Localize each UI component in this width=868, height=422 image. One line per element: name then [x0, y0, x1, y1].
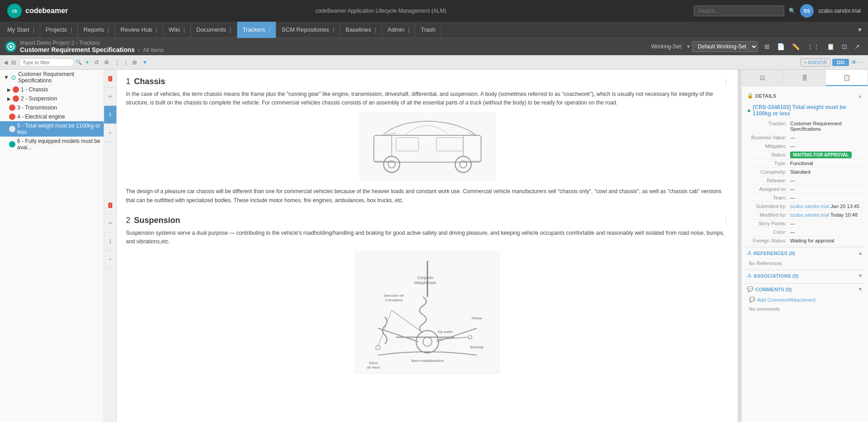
doc-view-icon[interactable]: 📄	[774, 42, 787, 52]
split-view-icon[interactable]: ⊡	[839, 42, 850, 52]
settings-btn[interactable]: ⚙	[102, 58, 111, 66]
add-item-btn[interactable]: +	[84, 58, 91, 66]
section-menu-1[interactable]: ⋮	[723, 79, 729, 85]
collapse-tree-btn[interactable]: ⊟	[10, 58, 18, 66]
references-section[interactable]: ⚠ REFERENCES (0) ▲	[745, 247, 864, 259]
nav-my-start[interactable]: My Start |	[2, 22, 40, 38]
svg-text:Cremallera: Cremallera	[385, 298, 403, 302]
and-or-button[interactable]: + AND/OR	[801, 58, 830, 66]
detail-tracker: Tracker: Customer Requirement Specificat…	[745, 119, 864, 133]
right-panel-scroll: 🔒 DETAILS ▲ ● [CRS-3348103] Total weight…	[742, 86, 868, 317]
svg-point-3	[10, 45, 12, 48]
detail-team: Team: —	[745, 194, 864, 202]
search-input[interactable]	[694, 5, 784, 16]
svg-text:Conjunto: Conjunto	[417, 275, 433, 280]
svg-rect-14	[436, 138, 463, 152]
svg-text:Dirección de: Dirección de	[384, 294, 404, 298]
eye-icon[interactable]: 👁	[851, 59, 857, 66]
baseline-icon[interactable]: 📋	[824, 42, 837, 52]
separator: |	[125, 60, 127, 65]
detail-modified-by: Modified by: szabo.sandor.trial Today 10…	[745, 211, 864, 219]
tree-badge-3	[9, 104, 15, 111]
history-btn[interactable]: ↺	[92, 58, 101, 66]
add-comment-button[interactable]: 💬 Add Comment/Attachment	[745, 295, 864, 304]
svg-rect-4	[374, 136, 481, 162]
comments-section[interactable]: 💬 COMMENTS (0) ▼	[745, 283, 864, 295]
detail-foreign-status: Foreign Status: Waiting for approval	[745, 237, 864, 245]
tree-item-5[interactable]: 5 - Total weight must be 1100kg or less	[0, 121, 104, 137]
panel-divider[interactable]	[738, 70, 741, 422]
nav-reports[interactable]: Reports |	[78, 22, 115, 38]
gutter-item-edit2: ✏	[104, 214, 116, 232]
detail-mitigates: Mitigates: —	[745, 142, 864, 151]
lock-icon: 🔒	[747, 93, 753, 99]
nav-scm[interactable]: SCM Repositories |	[276, 22, 340, 38]
svg-line-23	[391, 310, 422, 333]
svg-point-25	[468, 336, 472, 339]
top-bar: cb codebeamer codeBeamer Application Lif…	[0, 0, 868, 22]
filter-options-btn[interactable]: ▼	[140, 58, 149, 66]
no-comments: No comments	[745, 304, 864, 313]
doc-section-chassis: 1 Chassis ⋮ In the case of vehicles, the…	[126, 77, 729, 205]
tree-root[interactable]: ▼ ⊙ Customer Requirement Specifications	[0, 70, 104, 85]
expand-all-btn[interactable]: ⊞	[130, 58, 139, 66]
add-comment-icon: 💬	[749, 297, 755, 303]
right-tab-tracker[interactable]: 🗄	[784, 70, 826, 86]
nav-baselines[interactable]: Baselines |	[340, 22, 382, 38]
tree-item-3[interactable]: 3 - Transmission	[0, 103, 104, 112]
share-icon[interactable]: ↗	[852, 42, 863, 52]
selected-item-title: ● [CRS-3348103] Total weight must be 110…	[745, 101, 864, 119]
breadcrumb-path: Import Demo Project 2 › Trackers Custome…	[20, 40, 164, 53]
logo-text: codebeamer	[25, 7, 68, 15]
nav-wiki[interactable]: Wiki |	[163, 22, 191, 38]
breadcrumb-right: Working-Set: ▼ Default Working-Set ⊞ 📄 ✏…	[651, 41, 863, 52]
nav-trackers[interactable]: Trackers |	[237, 22, 276, 38]
doc-section-suspension: 2 Suspension ⋮ Suspension systems serve …	[126, 216, 729, 375]
tree-item-1[interactable]: ▶ 1 - Chassis	[0, 85, 104, 94]
nav-review-hub[interactable]: Review Hub |	[115, 22, 163, 38]
left-arrow-icon[interactable]: ◀	[4, 59, 8, 66]
tree-badge-4	[9, 114, 15, 120]
tree-item-2[interactable]: ▶ 2 - Suspension	[0, 94, 104, 103]
tracker-icon	[5, 41, 16, 52]
logo-area: cb codebeamer	[7, 4, 68, 18]
submitted-by-link[interactable]: szabo.sandor.trial	[790, 204, 829, 209]
view-more-icon[interactable]: ⋯	[859, 59, 864, 66]
gutter-item-2: !	[104, 196, 116, 214]
nav-documents[interactable]: Documents |	[191, 22, 237, 38]
svg-text:de freno: de freno	[367, 365, 380, 370]
tree-item-4[interactable]: 4 - Electrical engine	[0, 112, 104, 121]
gutter-badge-1: !	[108, 76, 112, 81]
filter-input[interactable]	[19, 58, 74, 66]
section-menu-2[interactable]: ⋮	[723, 217, 729, 223]
link-icon: ⚠	[747, 273, 752, 279]
tree-root-icon: ⊙	[11, 74, 16, 81]
details-section-header[interactable]: 🔒 DETAILS ▲	[745, 90, 864, 101]
user-avatar[interactable]: SS	[800, 4, 814, 18]
detail-story-points: Story Points: —	[745, 219, 864, 228]
grid-view-icon[interactable]: ⊞	[762, 42, 772, 52]
nav-collapse[interactable]: ▼	[854, 27, 866, 33]
tree-item-6[interactable]: 6 - Fully equipped models must be avai..…	[0, 137, 104, 152]
filter-search-icon: 🔍	[76, 59, 82, 65]
nav-admin[interactable]: Admin |	[382, 22, 415, 38]
nav-projects[interactable]: Projects |	[40, 22, 78, 38]
associations-toggle-icon: ▼	[858, 273, 863, 278]
right-tab-checklist[interactable]: ☑	[742, 70, 784, 86]
edit-view-icon[interactable]: ✏️	[789, 42, 802, 52]
detail-business-value: Business Value: —	[745, 133, 864, 142]
nav-trash[interactable]: Trash	[415, 22, 441, 38]
modified-by-link[interactable]: szabo.sandor.trial	[790, 212, 829, 218]
detail-submitted-by: Submitted by: szabo.sandor.trial Jan 20 …	[745, 202, 864, 211]
columns-icon[interactable]: ⋮⋮	[804, 42, 822, 52]
more-options-btn[interactable]: ⋮	[113, 58, 122, 66]
user-name: szabo.sandor.trial	[818, 8, 861, 14]
working-set-select[interactable]: Default Working-Set	[692, 41, 758, 52]
associations-section[interactable]: ⚠ ASSOCIATIONS (0) ▼	[745, 270, 864, 281]
toolbar-icons: ⊞ 📄 ✏️ ⋮⋮ 📋 ⊡ ↗	[762, 42, 863, 52]
right-tab-details[interactable]: 📋	[826, 70, 868, 86]
svg-text:Disco: Disco	[369, 361, 378, 365]
gutter-item-edit: ✏	[104, 88, 116, 106]
go-button[interactable]: GO	[832, 59, 849, 66]
tree-badge-6	[9, 141, 15, 147]
